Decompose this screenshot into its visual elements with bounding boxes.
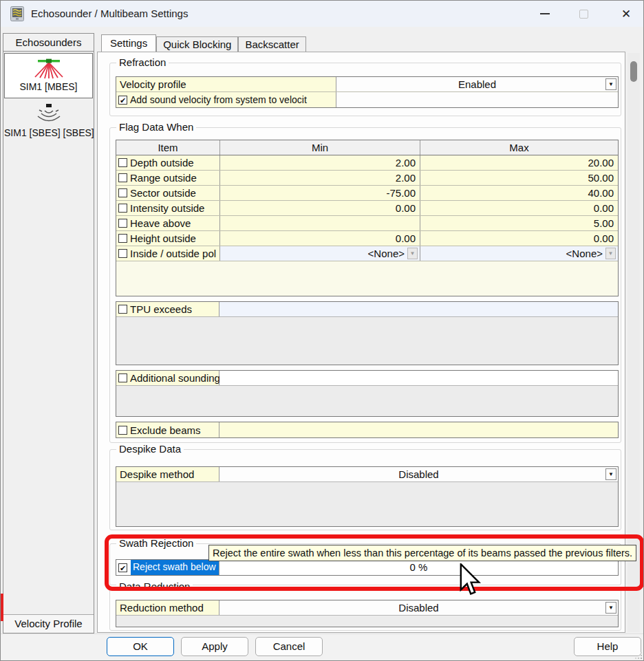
sidebar-item-label: SIM1 [MBES] — [5, 81, 92, 92]
ok-button[interactable]: OK — [107, 637, 174, 656]
dropdown-value: <None> — [566, 246, 603, 261]
min-value-cell[interactable] — [219, 216, 420, 230]
row-item-cell: ✔ Reject swath below — [116, 560, 219, 575]
checkbox-checked[interactable]: ✔ — [118, 563, 127, 572]
table-row: TPU exceeds — [116, 302, 618, 317]
table-row: Range outside 2.00 50.00 — [116, 171, 618, 186]
table-row: Despike method Disabled ▼ — [116, 467, 618, 482]
checkbox-unchecked[interactable] — [118, 426, 127, 435]
chevron-down-icon[interactable]: ▼ — [605, 468, 616, 480]
setting-label-cell: ✔ Add sound velocity from system to velo… — [116, 92, 336, 107]
row-item-cell: Intensity outside — [116, 201, 219, 215]
tab-bar: Settings Quick Blocking Backscatter — [101, 34, 306, 52]
checkbox-unchecked[interactable] — [118, 173, 127, 182]
max-value-cell[interactable]: 5.00 — [420, 216, 618, 230]
cancel-button[interactable]: Cancel — [255, 637, 323, 656]
max-value-cell[interactable]: 0.00 — [420, 201, 618, 215]
sidebar-header[interactable]: Echosounders — [3, 34, 94, 52]
chevron-down-icon[interactable]: ▼ — [605, 78, 616, 90]
checkbox-unchecked[interactable] — [118, 373, 127, 382]
max-value-cell[interactable]: 40.00 — [420, 186, 618, 200]
maximize-button[interactable] — [568, 1, 599, 27]
selected-row-label[interactable]: Reject swath below — [131, 560, 219, 575]
setting-value-cell[interactable] — [336, 92, 618, 107]
window-title: Echosounder / Multibeam Settings — [31, 8, 188, 19]
multibeam-icon — [32, 58, 65, 80]
checkbox-unchecked[interactable] — [118, 249, 127, 258]
min-polygon-dropdown[interactable]: <None> ▼ — [219, 246, 420, 261]
swath-percentage-cell[interactable]: 0 % — [219, 560, 618, 575]
chevron-down-icon[interactable]: ▼ — [407, 248, 418, 259]
row-item-cell: Exclude beams — [116, 422, 219, 437]
row-item-cell: Range outside — [116, 171, 219, 185]
tab-backscatter[interactable]: Backscatter — [238, 36, 305, 52]
table-row: Exclude beams — [116, 422, 618, 437]
resize-grip[interactable] — [635, 652, 643, 660]
sidebar-item-sim1-sbes[interactable]: SIM1 [SBES] [SBES] — [4, 100, 93, 142]
max-polygon-dropdown[interactable]: <None> ▼ — [420, 246, 618, 261]
chevron-down-icon[interactable]: ▼ — [605, 602, 616, 614]
group-title: Flag Data When — [116, 121, 196, 133]
setting-label: Reduction method — [116, 600, 204, 615]
chevron-down-icon[interactable]: ▼ — [605, 248, 616, 259]
checkbox-checked[interactable]: ✔ — [118, 96, 127, 105]
additional-value-cell[interactable] — [219, 371, 618, 385]
table-row: Heave above 5.00 — [116, 216, 618, 231]
group-title: Despike Data — [116, 443, 184, 455]
scrollbar-thumb[interactable] — [630, 61, 637, 82]
velocity-profile-dropdown[interactable]: Enabled ▼ — [336, 77, 618, 91]
row-label: Sector outside — [130, 186, 196, 200]
minimize-button[interactable] — [529, 1, 561, 27]
title-bar[interactable]: Echosounder / Multibeam Settings ✕ — [1, 1, 644, 27]
despike-method-dropdown[interactable]: Disabled ▼ — [219, 467, 618, 481]
maximize-icon — [579, 10, 588, 19]
min-value-cell[interactable]: 2.00 — [219, 155, 420, 170]
checkbox-unchecked[interactable] — [118, 305, 127, 314]
row-item-cell: Depth outside — [116, 155, 219, 170]
table-row: ✔ Reject swath below 0 % — [116, 560, 618, 575]
max-value-cell[interactable]: 0.00 — [420, 231, 618, 246]
exclude-value-cell[interactable] — [219, 422, 618, 437]
max-value-cell[interactable]: 20.00 — [420, 155, 618, 170]
max-value-cell[interactable]: 50.00 — [420, 171, 618, 185]
tab-settings[interactable]: Settings — [101, 34, 156, 52]
setting-label-cell: Velocity profile — [116, 77, 336, 91]
apply-button[interactable]: Apply — [181, 637, 248, 656]
setting-label: Add sound velocity from system to veloci… — [130, 93, 307, 107]
table-row: Depth outside 2.00 20.00 — [116, 155, 618, 171]
checkbox-unchecked[interactable] — [118, 219, 127, 228]
tpu-value-cell[interactable] — [219, 302, 618, 316]
reduction-method-dropdown[interactable]: Disabled ▼ — [219, 600, 618, 615]
singlebeam-icon — [32, 102, 65, 126]
min-value-cell[interactable]: -75.00 — [219, 186, 420, 200]
additional-sounding-table: Additional sounding — [116, 370, 619, 417]
reduction-table: Reduction method Disabled ▼ — [116, 600, 619, 627]
row-label: Additional sounding — [130, 371, 220, 385]
flag-table: Item Min Max Depth outside 2.00 20.00 Ra… — [116, 140, 619, 296]
row-label: Range outside — [130, 171, 197, 185]
checkbox-unchecked[interactable] — [118, 204, 127, 213]
min-value-cell[interactable]: 2.00 — [219, 171, 420, 185]
table-row: Intensity outside 0.00 0.00 — [116, 201, 618, 216]
velocity-profile-button[interactable]: Velocity Profile — [3, 614, 94, 633]
help-button[interactable]: Help — [574, 637, 641, 656]
swath-rejection-table: ✔ Reject swath below 0 % — [116, 559, 619, 576]
minimize-icon — [540, 13, 550, 14]
checkbox-unchecked[interactable] — [118, 158, 127, 167]
tab-quick-blocking[interactable]: Quick Blocking — [156, 36, 238, 52]
close-button[interactable]: ✕ — [608, 1, 644, 27]
exclude-beams-table: Exclude beams — [116, 422, 619, 438]
app-icon — [10, 6, 24, 21]
sidebar-item-sim1-mbes[interactable]: SIM1 [MBES] — [4, 53, 93, 98]
min-value-cell[interactable]: 0.00 — [219, 201, 420, 215]
dropdown-value: Enabled — [458, 78, 496, 90]
checkbox-unchecked[interactable] — [118, 234, 127, 243]
dialog-window: Echosounder / Multibeam Settings ✕ Echos… — [0, 0, 644, 661]
setting-label: Velocity profile — [116, 77, 186, 91]
row-label: TPU exceeds — [130, 302, 192, 316]
setting-label: Despike method — [116, 467, 194, 481]
min-value-cell[interactable]: 0.00 — [219, 231, 420, 246]
checkbox-unchecked[interactable] — [118, 188, 127, 197]
table-row: Height outside 0.00 0.00 — [116, 231, 618, 246]
annotation-fragment — [1, 594, 3, 621]
